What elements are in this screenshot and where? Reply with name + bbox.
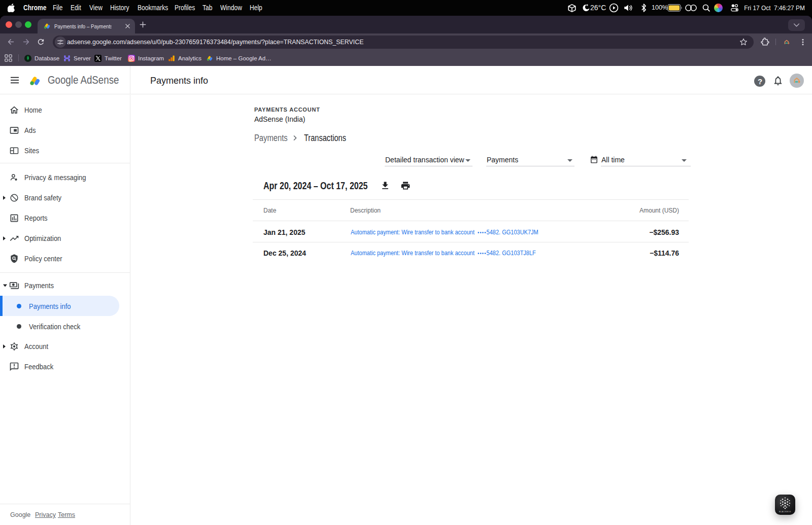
svg-text:BLACKBOX: BLACKBOX [779,511,791,513]
